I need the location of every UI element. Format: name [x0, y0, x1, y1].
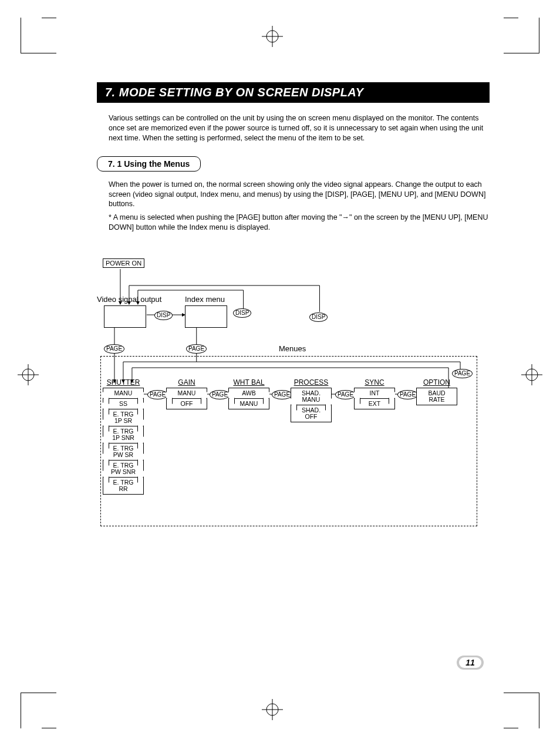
- menu-option: SHAD.OFF: [291, 405, 332, 422]
- registration-mark: [262, 699, 283, 720]
- registration-mark: [18, 364, 39, 385]
- disp-button-icon: DISP: [233, 308, 251, 318]
- section-heading: 7. MODE SETTING BY ON SCREEN DISPLAY: [97, 82, 490, 103]
- page-button-icon: PAGE: [186, 344, 207, 354]
- disp-button-icon: DISP: [309, 312, 328, 322]
- page-button-icon: PAGE: [104, 344, 124, 354]
- menu-option: E. TRG1P SR: [103, 409, 144, 426]
- index-menu-label: Index menu: [185, 295, 225, 304]
- registration-mark: [521, 364, 542, 385]
- page-button-icon: PAGE: [452, 369, 473, 378]
- video-box: [104, 305, 146, 328]
- page-button-icon: PAGE: [272, 390, 292, 399]
- index-box: [185, 305, 227, 328]
- option-column: OPTION BAUDRATE: [416, 378, 457, 405]
- menu-head: PROCESS: [291, 378, 332, 387]
- page-button-icon: PAGE: [210, 390, 230, 399]
- menu-head: WHT BAL: [228, 378, 269, 387]
- flow-diagram: POWER ON Video signal output Index menu …: [97, 256, 490, 550]
- menu-option: OFF: [166, 398, 207, 409]
- subsection-paragraph: When the power is turned on, the normal …: [109, 180, 490, 210]
- menu-head: OPTION: [416, 378, 457, 387]
- menu-option: MANU: [228, 398, 269, 409]
- crop-mark: [21, 18, 56, 53]
- subsection-heading: 7. 1 Using the Menus: [97, 156, 201, 172]
- menu-option: E. TRG1P SNR: [103, 426, 144, 443]
- gain-column: GAIN MANU OFF: [166, 378, 207, 409]
- menu-head: SYNC: [354, 378, 395, 387]
- menu-option: MANU: [166, 388, 207, 398]
- crop-mark: [504, 18, 539, 53]
- crop-mark: [504, 693, 539, 728]
- whtbal-column: WHT BAL AWB MANU: [228, 378, 269, 409]
- menu-option: INT: [354, 388, 395, 398]
- sync-column: SYNC INT EXT: [354, 378, 395, 409]
- menu-head: GAIN: [166, 378, 207, 387]
- page-number: 11: [457, 656, 484, 670]
- page-button-icon: PAGE: [335, 390, 356, 399]
- menu-option: SS: [103, 398, 144, 409]
- process-column: PROCESS SHAD.MANU SHAD.OFF: [291, 378, 332, 422]
- menu-option: BAUDRATE: [416, 388, 457, 405]
- menues-label: Menues: [279, 344, 306, 353]
- registration-mark: [262, 26, 283, 47]
- menu-option: EXT: [354, 398, 395, 409]
- menu-option: E. TRGPW SR: [103, 443, 144, 460]
- menu-option: MANU: [103, 388, 144, 398]
- shutter-column: SHUTTER MANU SS E. TRG1P SR E. TRG1P SNR…: [103, 378, 144, 495]
- menu-option: SHAD.MANU: [291, 388, 332, 405]
- video-signal-label: Video signal output: [97, 295, 161, 304]
- intro-paragraph: Various settings can be controlled on th…: [109, 113, 490, 143]
- disp-button-icon: DISP: [154, 311, 173, 320]
- power-on-box: POWER ON: [103, 258, 144, 268]
- page-button-icon: PAGE: [397, 390, 418, 399]
- note-paragraph: * A menu is selected when pushing the [P…: [109, 213, 490, 233]
- menu-option: AWB: [228, 388, 269, 398]
- menu-head: SHUTTER: [103, 378, 144, 387]
- menu-option: E. TRGPW SNR: [103, 460, 144, 477]
- menu-option: E. TRGRR: [103, 477, 144, 495]
- crop-mark: [21, 693, 56, 728]
- page-button-icon: PAGE: [147, 390, 168, 399]
